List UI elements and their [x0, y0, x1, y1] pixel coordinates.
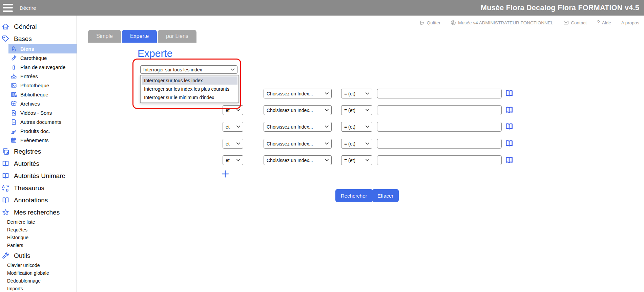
- translate-icon: AB: [2, 184, 9, 192]
- sidebar-item-historique[interactable]: Historique: [0, 233, 77, 241]
- criteria-row: et Choisissez un Index... = (et): [77, 139, 644, 149]
- sidebar-item-thesaurus[interactable]: AB Thesaurus: [0, 182, 77, 194]
- topbar-menu-label[interactable]: Décrire: [20, 5, 36, 11]
- plus-icon: [221, 170, 230, 178]
- tab-par-liens[interactable]: par Liens: [158, 30, 196, 43]
- dropdown-option-tous-les-index[interactable]: Interroger sur tous les index: [142, 76, 237, 85]
- chevron-down-icon: [236, 142, 240, 145]
- a-propos-link[interactable]: A propos: [621, 20, 639, 25]
- sidebar-item-mes-recherches[interactable]: Mes recherches: [0, 207, 77, 218]
- user-toolbar: Quitter Musée v4 ADMINISTRATEUR FONCTION…: [419, 20, 639, 26]
- criteria-value-input[interactable]: [377, 105, 502, 115]
- criteria-value-input[interactable]: [377, 139, 502, 149]
- chevron-down-icon: [325, 159, 329, 161]
- operator-select[interactable]: et: [223, 155, 243, 165]
- topbar: Décrire Musée Flora Decalog Flora FORMAT…: [0, 0, 644, 16]
- sidebar-item-imports[interactable]: Imports: [0, 285, 77, 292]
- sidebar-item-clavier-unicode[interactable]: Clavier unicode: [0, 261, 77, 269]
- sidebar-item-paniers[interactable]: Paniers: [0, 241, 77, 249]
- sidebar-item-bibliotheque[interactable]: Bibliothèque: [8, 90, 77, 99]
- sidebar-item-autres-documents[interactable]: Autres documents: [8, 117, 77, 127]
- chevron-down-icon: [366, 126, 369, 128]
- sidebar-item-entrees[interactable]: Entrées: [8, 72, 77, 81]
- chevron-down-icon: [325, 142, 329, 145]
- comparator-select[interactable]: = (et): [341, 155, 372, 165]
- sidebar-item-carotheque[interactable]: Carothèque: [8, 53, 77, 63]
- tab-simple[interactable]: Simple: [88, 30, 121, 43]
- rechercher-button[interactable]: Rechercher: [335, 189, 373, 202]
- user-icon: [451, 20, 456, 25]
- operator-select[interactable]: et: [223, 139, 243, 149]
- index-select[interactable]: Choisissez un Index...: [264, 155, 332, 165]
- index-select[interactable]: Choisissez un Index...: [264, 89, 332, 98]
- comparator-select[interactable]: = (et): [341, 105, 372, 115]
- dropdown-option-minimum-index[interactable]: Interroger sur le minimum d'index: [142, 93, 237, 102]
- criteria-row: et Choisissez un Index... = (et): [77, 105, 644, 115]
- question-mark-icon: ?: [597, 20, 600, 26]
- sidebar-item-autorites[interactable]: Autorités: [0, 158, 77, 169]
- add-criteria-button[interactable]: [221, 170, 230, 179]
- sidebar-item-archives[interactable]: Archives: [8, 99, 77, 108]
- criteria-value-input[interactable]: [377, 122, 502, 132]
- main-content: Quitter Musée v4 ADMINISTRATEUR FONCTION…: [77, 16, 644, 292]
- index-browse-button[interactable]: [504, 89, 514, 98]
- dropdown-option-index-courants[interactable]: Interroger sur les index les plus couran…: [142, 85, 237, 93]
- comparator-select[interactable]: = (et): [341, 139, 372, 149]
- fire-extinguisher-icon: [11, 64, 17, 70]
- hamburger-menu-icon[interactable]: [3, 3, 14, 13]
- sidebar-item-bases[interactable]: Bases: [0, 33, 77, 44]
- operator-select[interactable]: et: [223, 105, 243, 115]
- calendar-icon: [11, 137, 17, 143]
- open-book-icon: [505, 156, 514, 164]
- index-browse-button[interactable]: [504, 106, 514, 115]
- index-select[interactable]: Choisissez un Index...: [264, 122, 332, 132]
- index-scope-select[interactable]: Interroger sur tous les index: [140, 65, 237, 74]
- current-user[interactable]: Musée v4 ADMINISTRATEUR FONCTIONNEL: [451, 20, 553, 25]
- search-mode-tabs: Simple Experte par Liens: [88, 30, 196, 43]
- sidebar-item-produits-doc[interactable]: Produits doc.: [8, 127, 77, 136]
- logout-icon: [419, 20, 425, 25]
- open-book-icon: [505, 106, 514, 114]
- criteria-value-input[interactable]: [377, 155, 502, 165]
- index-browse-button[interactable]: [504, 139, 514, 149]
- sidebar-item-derniere-liste[interactable]: Dernière liste: [0, 218, 77, 226]
- criteria-value-input[interactable]: [377, 89, 502, 98]
- comparator-select[interactable]: = (et): [341, 122, 372, 132]
- wrench-icon: [2, 252, 9, 260]
- sidebar-item-modification-globale[interactable]: Modification globale: [0, 269, 77, 277]
- index-browse-button[interactable]: [504, 156, 514, 165]
- sidebar-item-registres[interactable]: Registres: [0, 146, 77, 157]
- sidebar-item-annotations[interactable]: Annotations: [0, 195, 77, 206]
- copies-icon: [2, 148, 9, 155]
- sidebar-item-dedoublonnage[interactable]: Dédoublonnage: [0, 277, 77, 285]
- sidebar-item-requetes[interactable]: Requêtes: [0, 226, 77, 233]
- open-book-icon: [2, 172, 9, 180]
- index-select[interactable]: Choisissez un Index...: [264, 139, 332, 149]
- sidebar-item-videos-sons[interactable]: Vidéos - Sons: [8, 108, 77, 117]
- tag-icon: [2, 35, 9, 43]
- sidebar-item-outils[interactable]: Outils: [0, 250, 77, 261]
- chevron-down-icon: [325, 92, 329, 95]
- star-icon: [2, 208, 9, 216]
- sidebar-item-plan-de-sauvegarde[interactable]: Plan de sauvegarde: [8, 63, 77, 72]
- sidebar-item-phototheque[interactable]: Photothèque: [8, 81, 77, 90]
- index-select[interactable]: Choisissez un Index...: [264, 105, 332, 115]
- contact-link[interactable]: Contact: [563, 20, 587, 25]
- open-book-icon: [2, 196, 9, 204]
- operator-select[interactable]: et: [223, 122, 243, 132]
- chevron-down-icon: [366, 159, 369, 161]
- quitter-link[interactable]: Quitter: [419, 20, 441, 25]
- index-browse-button[interactable]: [504, 122, 514, 132]
- sidebar-item-biens[interactable]: ♘ Biens: [8, 44, 77, 53]
- sidebar-item-evenements[interactable]: Evènements: [8, 136, 77, 145]
- page-title: Experte: [138, 48, 172, 59]
- comparator-select[interactable]: = (et): [341, 89, 372, 98]
- tab-experte[interactable]: Experte: [122, 30, 157, 43]
- aide-link[interactable]: ? Aide: [597, 20, 611, 26]
- sidebar-item-autorites-unimarc[interactable]: Autorités Unimarc: [0, 170, 77, 181]
- chevron-down-icon: [236, 126, 240, 128]
- index-scope-dropdown-list: Interroger sur tous les index Interroger…: [140, 75, 239, 103]
- chevron-down-icon: [325, 109, 329, 111]
- sidebar-item-general[interactable]: Général: [0, 21, 77, 32]
- effacer-button[interactable]: Effacer: [372, 189, 399, 202]
